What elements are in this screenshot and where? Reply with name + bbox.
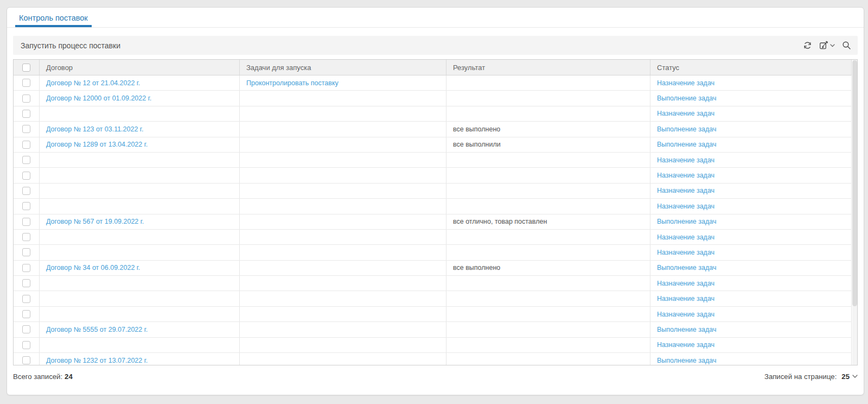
table-row: Назначение задач [14, 199, 852, 214]
table-body: Договор № 12 от 21.04.2022 г. Проконтрол… [14, 75, 857, 365]
tab-bar: Контроль поставок [7, 8, 864, 28]
table-row: Назначение задач [14, 338, 852, 353]
status-link[interactable]: Выполнение задач [657, 125, 716, 133]
task-link[interactable]: Проконтролировать поставку [246, 79, 339, 87]
row-checkbox[interactable] [22, 233, 30, 241]
result-text: все выполнено [453, 125, 500, 133]
row-checkbox[interactable] [22, 110, 30, 118]
column-header-status[interactable]: Статус [650, 60, 852, 75]
per-page-label: Записей на странице: [764, 373, 837, 381]
row-checkbox[interactable] [22, 172, 30, 180]
contract-link[interactable]: Договор № 5555 от 29.07.2022 г. [46, 326, 148, 333]
table-row: Назначение задач [14, 291, 852, 306]
table-row: Договор № 567 от 19.09.2022 г. все отлич… [14, 214, 852, 230]
row-checkbox[interactable] [22, 141, 30, 149]
search-icon[interactable] [842, 41, 851, 50]
row-checkbox[interactable] [22, 341, 30, 349]
table-row: Договор № 1289 от 13.04.2022 г. все выпо… [14, 137, 852, 153]
status-link[interactable]: Назначение задач [657, 156, 714, 164]
delivery-control-panel: Контроль поставок Запустить процесс пост… [7, 7, 864, 395]
row-checkbox[interactable] [22, 279, 30, 287]
row-checkbox[interactable] [22, 295, 30, 303]
status-link[interactable]: Назначение задач [657, 110, 714, 117]
row-checkbox[interactable] [22, 218, 30, 226]
checkbox-cell [14, 214, 40, 229]
contract-link[interactable]: Договор № 34 от 06.09.2022 г. [46, 264, 140, 272]
row-checkbox[interactable] [22, 125, 30, 133]
status-link[interactable]: Назначение задач [657, 172, 714, 179]
header-checkbox-cell [14, 60, 40, 75]
delivery-table: Договор Задачи для запуска Результат Ста… [13, 59, 858, 365]
row-checkbox[interactable] [22, 248, 30, 256]
status-link[interactable]: Выполнение задач [657, 218, 716, 225]
total-records-value: 24 [65, 373, 73, 381]
column-header-tasks[interactable]: Задачи для запуска [240, 60, 446, 75]
checkbox-cell [14, 230, 40, 244]
checkbox-cell [14, 338, 40, 352]
vertical-scrollbar[interactable] [852, 60, 857, 365]
scrollbar-thumb[interactable] [852, 60, 857, 306]
table-row: Договор № 5555 от 29.07.2022 г. Выполнен… [14, 322, 852, 337]
contract-link[interactable]: Договор № 12000 от 01.09.2022 г. [46, 94, 151, 102]
status-link[interactable]: Назначение задач [657, 203, 714, 210]
checkbox-cell [14, 261, 40, 275]
row-checkbox[interactable] [22, 187, 30, 195]
row-checkbox[interactable] [22, 310, 30, 318]
row-checkbox[interactable] [22, 156, 30, 164]
checkbox-cell [14, 106, 40, 121]
column-header-result[interactable]: Результат [446, 60, 650, 75]
status-link[interactable]: Выполнение задач [657, 94, 716, 102]
checkbox-cell [14, 137, 40, 152]
status-link[interactable]: Назначение задач [657, 311, 714, 318]
row-checkbox[interactable] [22, 94, 30, 103]
edit-menu-button[interactable] [819, 41, 835, 50]
per-page-value: 25 [841, 373, 850, 381]
status-link[interactable]: Назначение задач [657, 341, 714, 349]
tab-delivery-control[interactable]: Контроль поставок [15, 8, 92, 27]
status-link[interactable]: Назначение задач [657, 280, 714, 287]
start-delivery-process-button[interactable]: Запустить процесс поставки [21, 41, 120, 50]
select-all-checkbox[interactable] [22, 64, 30, 72]
status-link[interactable]: Выполнение задач [657, 326, 716, 333]
row-checkbox[interactable] [22, 202, 30, 210]
checkbox-cell [14, 153, 40, 167]
checkbox-cell [14, 291, 40, 306]
table-row: Назначение задач [14, 153, 852, 168]
status-link[interactable]: Назначение задач [657, 249, 714, 256]
total-records: Всего записей:24 [13, 373, 73, 381]
per-page-selector[interactable]: Записей на странице:25 [764, 373, 858, 381]
checkbox-cell [14, 199, 40, 213]
contract-link[interactable]: Договор № 567 от 19.09.2022 г. [46, 218, 144, 225]
checkbox-cell [14, 91, 40, 105]
checkbox-cell [14, 276, 40, 291]
row-checkbox[interactable] [22, 79, 30, 87]
edit-icon [819, 41, 828, 50]
checkbox-cell [14, 168, 40, 182]
contract-link[interactable]: Договор № 1232 от 13.07.2022 г. [46, 357, 148, 364]
status-link[interactable]: Назначение задач [657, 295, 714, 302]
result-text: все выполнили [453, 141, 501, 148]
chevron-down-icon [830, 44, 835, 47]
row-checkbox[interactable] [22, 356, 30, 364]
status-link[interactable]: Назначение задач [657, 233, 714, 241]
row-checkbox[interactable] [22, 325, 30, 333]
chevron-down-icon [852, 375, 858, 378]
refresh-icon[interactable] [803, 41, 812, 50]
status-link[interactable]: Назначение задач [657, 187, 714, 194]
checkbox-cell [14, 75, 40, 90]
contract-link[interactable]: Договор № 123 от 03.11.2022 г. [46, 125, 143, 133]
contract-link[interactable]: Договор № 1289 от 13.04.2022 г. [46, 141, 148, 148]
table-row: Договор № 12000 от 01.09.2022 г. Выполне… [14, 91, 852, 106]
table-row: Назначение задач [14, 168, 852, 183]
status-link[interactable]: Выполнение задач [657, 264, 716, 272]
status-link[interactable]: Выполнение задач [657, 141, 716, 148]
table-header-row: Договор Задачи для запуска Результат Ста… [14, 60, 852, 75]
row-checkbox[interactable] [22, 264, 30, 272]
grid-footer: Всего записей:24 Записей на странице:25 [13, 365, 858, 381]
table-row: Договор № 12 от 21.04.2022 г. Проконтрол… [14, 75, 852, 91]
status-link[interactable]: Выполнение задач [657, 357, 716, 364]
status-link[interactable]: Назначение задач [657, 79, 714, 87]
column-header-contract[interactable]: Договор [40, 60, 240, 75]
contract-link[interactable]: Договор № 12 от 21.04.2022 г. [46, 79, 140, 87]
result-text: все выполнено [453, 264, 500, 272]
